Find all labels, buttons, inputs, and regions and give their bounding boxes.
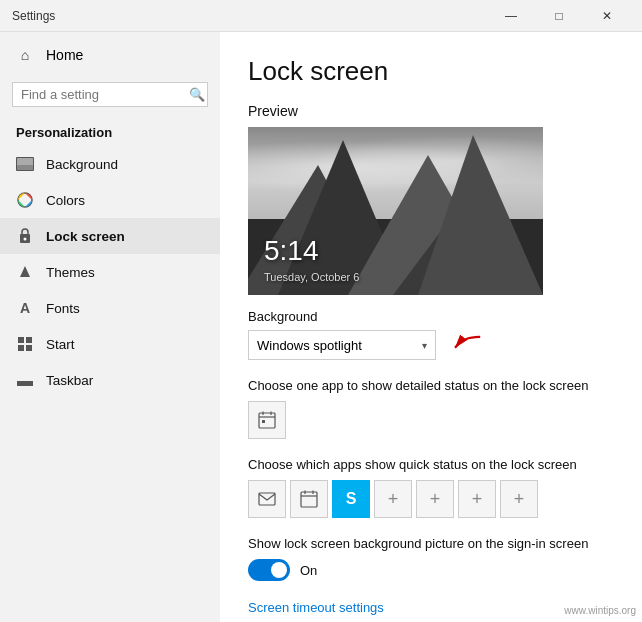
status-desc: Choose one app to show detailed status o…: [248, 378, 614, 393]
sidebar-item-colors[interactable]: Colors: [0, 182, 220, 218]
sidebar-item-background[interactable]: Background: [0, 146, 220, 182]
svg-rect-7: [26, 337, 32, 343]
svg-rect-9: [26, 345, 32, 351]
add-app-4[interactable]: +: [500, 480, 538, 518]
background-dropdown-row: Windows spotlight ▾: [248, 330, 614, 360]
add-app-1[interactable]: +: [374, 480, 412, 518]
start-icon: [16, 335, 34, 353]
toggle-label: On: [300, 563, 317, 578]
maximize-button[interactable]: □: [536, 0, 582, 32]
window-controls: — □ ✕: [488, 0, 630, 32]
sidebar-item-themes[interactable]: Themes: [0, 254, 220, 290]
background-icon: [16, 155, 34, 173]
red-arrow-indicator: [446, 331, 482, 359]
sign-in-toggle[interactable]: [248, 559, 290, 581]
quick-status-group: Choose which apps show quick status on t…: [248, 457, 614, 518]
main-wrapper: Lock screen Preview 5:14 Tuesday, Octobe…: [220, 32, 642, 622]
sidebar-item-home[interactable]: ⌂ Home: [0, 32, 220, 78]
add-app-2[interactable]: +: [416, 480, 454, 518]
home-label: Home: [46, 47, 83, 63]
taskbar-label: Taskbar: [46, 373, 93, 388]
sidebar-item-lockscreen[interactable]: Lock screen: [0, 218, 220, 254]
start-label: Start: [46, 337, 75, 352]
preview-label: Preview: [248, 103, 614, 119]
titlebar: Settings — □ ✕: [0, 0, 642, 32]
skype-quick-icon[interactable]: S: [332, 480, 370, 518]
mail-quick-icon[interactable]: [248, 480, 286, 518]
lock-screen-preview: 5:14 Tuesday, October 6: [248, 127, 543, 295]
close-button[interactable]: ✕: [584, 0, 630, 32]
search-box[interactable]: 🔍: [12, 82, 208, 107]
fonts-label: Fonts: [46, 301, 80, 316]
preview-mountain5: [418, 135, 543, 295]
quick-status-icons: S + + + +: [248, 480, 614, 518]
search-input[interactable]: [21, 87, 189, 102]
home-icon: ⌂: [16, 46, 34, 64]
sign-in-group: Show lock screen background picture on t…: [248, 536, 614, 581]
sign-in-desc: Show lock screen background picture on t…: [248, 536, 614, 551]
watermark: www.wintips.org: [564, 605, 636, 616]
screen-timeout-link[interactable]: Screen timeout settings: [248, 600, 384, 615]
calendar-detail-icon[interactable]: [248, 401, 286, 439]
svg-rect-10: [17, 381, 33, 386]
taskbar-icon: [16, 371, 34, 389]
background-section-label: Background: [248, 309, 614, 324]
minimize-button[interactable]: —: [488, 0, 534, 32]
background-label: Background: [46, 157, 118, 172]
svg-rect-6: [18, 337, 24, 343]
main-panel: Lock screen Preview 5:14 Tuesday, Octobe…: [220, 32, 642, 622]
detailed-status-icons: [248, 401, 614, 439]
colors-label: Colors: [46, 193, 85, 208]
detailed-status-group: Choose one app to show detailed status o…: [248, 378, 614, 439]
sidebar-item-taskbar[interactable]: Taskbar: [0, 362, 220, 398]
lockscreen-icon: [16, 227, 34, 245]
search-icon: 🔍: [189, 87, 205, 102]
themes-label: Themes: [46, 265, 95, 280]
window-title: Settings: [12, 9, 55, 23]
quick-status-desc: Choose which apps show quick status on t…: [248, 457, 614, 472]
lockscreen-label: Lock screen: [46, 229, 125, 244]
svg-point-5: [24, 238, 27, 241]
calendar-quick-icon[interactable]: [290, 480, 328, 518]
dropdown-value: Windows spotlight: [257, 338, 362, 353]
fonts-icon: A: [16, 299, 34, 317]
preview-date: Tuesday, October 6: [264, 271, 359, 283]
chevron-down-icon: ▾: [422, 340, 427, 351]
svg-rect-18: [301, 492, 317, 507]
sidebar-item-start[interactable]: Start: [0, 326, 220, 362]
sign-in-toggle-row: On: [248, 559, 614, 581]
svg-rect-2: [17, 165, 33, 170]
add-app-3[interactable]: +: [458, 480, 496, 518]
svg-rect-17: [259, 493, 275, 505]
background-dropdown[interactable]: Windows spotlight ▾: [248, 330, 436, 360]
sidebar-item-fonts[interactable]: A Fonts: [0, 290, 220, 326]
colors-icon: [16, 191, 34, 209]
preview-time: 5:14: [264, 235, 319, 267]
settings-window: Settings — □ ✕ ⌂ Home 🔍 Personalization …: [0, 0, 642, 622]
themes-icon: [16, 263, 34, 281]
main-content: ⌂ Home 🔍 Personalization Background Colo…: [0, 32, 642, 622]
page-title: Lock screen: [248, 56, 614, 87]
svg-rect-16: [262, 420, 265, 423]
sidebar: ⌂ Home 🔍 Personalization Background Colo…: [0, 32, 220, 622]
section-label: Personalization: [0, 115, 220, 146]
svg-rect-12: [259, 413, 275, 428]
svg-rect-8: [18, 345, 24, 351]
